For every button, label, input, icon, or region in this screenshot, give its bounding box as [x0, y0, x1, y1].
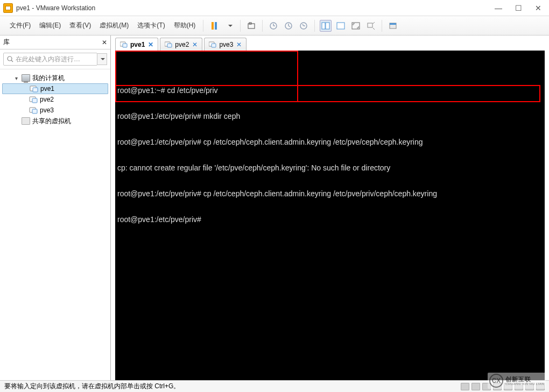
tree-node-pve3[interactable]: pve3 [2, 105, 108, 116]
view-single-button[interactable] [335, 20, 347, 32]
tab-close-button[interactable]: ✕ [192, 41, 198, 48]
annotation-box-2 [115, 85, 540, 102]
terminal-line: cp: cannot create regular file '/etc/pve… [117, 163, 543, 172]
snapshot-button[interactable] [245, 20, 257, 32]
computer-icon [22, 74, 30, 82]
vm-icon [29, 106, 38, 114]
pause-dropdown[interactable] [223, 20, 235, 32]
library-sidebar: 库 ✕ 在此处键入内容进行… ▾ 我的计算机 pve1 pve2 [0, 35, 111, 380]
tab-close-button[interactable]: ✕ [148, 41, 153, 48]
minimize-button[interactable]: — [495, 4, 502, 12]
pause-button[interactable] [208, 20, 220, 32]
svg-point-20 [8, 56, 12, 61]
device-cd-icon[interactable] [471, 383, 480, 390]
clock1-icon[interactable] [268, 20, 279, 32]
svg-line-16 [373, 22, 375, 24]
tree-root-my-computer[interactable]: ▾ 我的计算机 [2, 73, 108, 83]
search-placeholder: 在此处键入内容进行… [16, 55, 80, 64]
svg-line-17 [373, 28, 375, 30]
svg-rect-23 [33, 88, 38, 92]
status-bar: 要将输入定向到该虚拟机，请在虚拟机内部单击或按 Ctrl+G。 [0, 380, 549, 392]
tree-node-label: pve3 [40, 106, 54, 114]
unity-button[interactable] [365, 20, 377, 32]
terminal-line: root@pve1:/etc/pve/priv# mkdir ceph [117, 112, 543, 120]
device-sound-icon[interactable] [515, 383, 523, 390]
svg-rect-12 [326, 23, 329, 29]
clock3-icon[interactable] [298, 20, 309, 32]
tab-label: pve3 [219, 41, 233, 48]
tree-shared-label: 共享的虚拟机 [32, 117, 71, 126]
vm-tab-pve1[interactable]: pve1 ✕ [115, 38, 158, 51]
tree-node-pve1[interactable]: pve1 [2, 83, 108, 94]
device-hdd-icon[interactable] [461, 383, 469, 390]
sidebar-title: 库 [3, 38, 10, 47]
console-area: pve1 ✕ pve2 ✕ pve3 ✕ root@pve1:~# cd /et… [111, 35, 549, 380]
vm-icon [30, 85, 38, 92]
app-icon [3, 3, 13, 13]
tab-label: pve2 [175, 41, 189, 48]
terminal-line: root@pve1:/etc/pve/priv# cp /etc/ceph/ce… [117, 189, 543, 198]
device-printer-icon[interactable] [525, 383, 534, 390]
vm-icon [120, 41, 128, 48]
vm-icon [209, 41, 216, 48]
tree-node-label: pve1 [40, 85, 54, 92]
device-floppy-icon[interactable] [482, 383, 491, 390]
svg-rect-29 [123, 44, 127, 47]
device-usb-icon[interactable] [504, 383, 512, 390]
expand-icon[interactable]: ▾ [13, 75, 19, 81]
svg-line-21 [11, 60, 13, 62]
shared-icon [22, 117, 30, 125]
svg-rect-19 [390, 23, 396, 25]
vm-tree: ▾ 我的计算机 pve1 pve2 pve3 共享的虚拟机 [0, 69, 110, 380]
tab-close-button[interactable]: ✕ [236, 41, 242, 48]
fullscreen-button[interactable] [350, 20, 362, 32]
search-icon [7, 56, 13, 62]
svg-rect-25 [32, 98, 37, 103]
svg-rect-27 [32, 109, 37, 113]
search-dropdown[interactable] [97, 53, 107, 65]
vm-icon [29, 96, 38, 103]
menu-help[interactable]: 帮助(H) [170, 19, 200, 32]
terminal-line: root@pve1:/etc/pve/priv# [117, 215, 543, 224]
status-text: 要将输入定向到该虚拟机，请在虚拟机内部单击或按 Ctrl+G。 [4, 382, 180, 391]
svg-rect-11 [322, 23, 325, 29]
vm-tab-pve3[interactable]: pve3 ✕ [204, 38, 247, 51]
tree-shared-vms[interactable]: 共享的虚拟机 [2, 116, 108, 126]
vm-tab-pve2[interactable]: pve2 ✕ [160, 38, 202, 51]
svg-rect-15 [368, 23, 372, 27]
menu-file[interactable]: 文件(F) [5, 19, 35, 32]
menu-edit[interactable]: 编辑(E) [35, 19, 65, 32]
view-split-button[interactable] [320, 20, 332, 32]
device-display-icon[interactable] [536, 383, 545, 390]
clock2-icon[interactable] [283, 20, 294, 32]
tab-label: pve1 [130, 41, 145, 48]
close-button[interactable]: ✕ [535, 4, 541, 12]
device-network-icon[interactable] [493, 383, 502, 390]
maximize-button[interactable]: ☐ [515, 4, 522, 12]
menu-bar: 文件(F) 编辑(E) 查看(V) 虚拟机(M) 选项卡(T) 帮助(H) [0, 16, 549, 35]
window-title: pve1 - VMware Workstation [16, 4, 95, 12]
svg-line-9 [302, 24, 304, 26]
vm-terminal[interactable]: root@pve1:~# cd /etc/pve/priv root@pve1:… [115, 51, 545, 380]
menu-view[interactable]: 查看(V) [65, 19, 95, 32]
tree-node-pve2[interactable]: pve2 [2, 94, 108, 105]
sidebar-close-button[interactable]: ✕ [102, 39, 107, 46]
svg-rect-31 [167, 44, 172, 47]
library-button[interactable] [387, 20, 399, 32]
svg-rect-33 [212, 44, 216, 47]
vm-icon [165, 41, 172, 48]
window-titlebar: pve1 - VMware Workstation — ☐ ✕ [0, 0, 549, 16]
svg-rect-13 [337, 23, 344, 29]
vm-tab-bar: pve1 ✕ pve2 ✕ pve3 ✕ [111, 35, 549, 51]
menu-vm[interactable]: 虚拟机(M) [95, 19, 133, 32]
menu-tabs[interactable]: 选项卡(T) [133, 19, 169, 32]
tree-node-label: pve2 [40, 96, 54, 103]
search-input[interactable]: 在此处键入内容进行… [3, 53, 97, 66]
svg-line-7 [288, 26, 290, 27]
terminal-line: root@pve1:/etc/pve/priv# cp /etc/ceph/ce… [117, 138, 543, 146]
tree-root-label: 我的计算机 [32, 74, 65, 83]
